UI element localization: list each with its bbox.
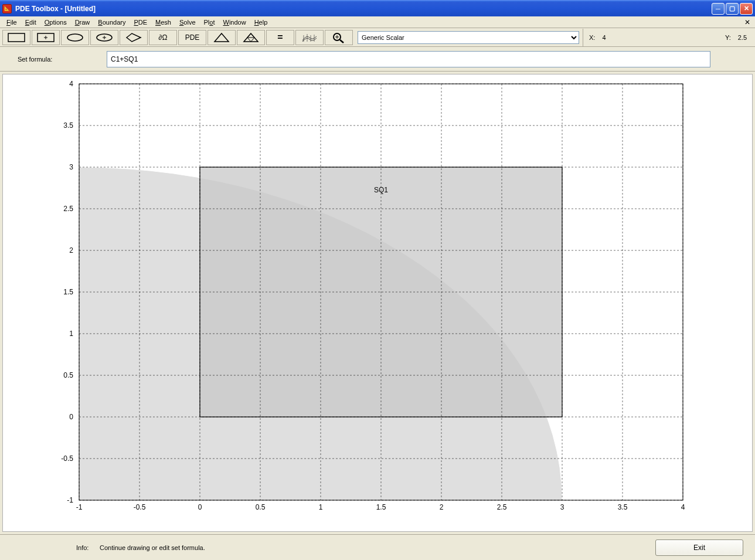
menu-boundary[interactable]: Boundary (94, 18, 130, 27)
svg-text:0.5: 0.5 (256, 503, 266, 511)
equals-icon: = (277, 32, 283, 43)
rectangle-plus-icon (37, 33, 55, 42)
svg-marker-8 (127, 33, 141, 42)
menu-options[interactable]: Options (40, 18, 71, 27)
plot-area[interactable]: SQ1-1-0.500.511.522.533.54-1-0.500.511.5… (2, 74, 753, 532)
svg-text:1.5: 1.5 (63, 288, 73, 296)
menu-window[interactable]: Window (219, 18, 250, 27)
draw-rectangle-button[interactable] (2, 30, 30, 45)
svg-text:3.5: 3.5 (618, 503, 628, 511)
menu-file[interactable]: File (2, 18, 21, 27)
mesh-refine-button[interactable] (237, 30, 265, 45)
svg-text:3: 3 (560, 503, 564, 511)
titlebar: 📐 PDE Toolbox - [Untitled] ─ ▢ ✕ (0, 0, 755, 16)
matlab-icon: 📐 (2, 4, 12, 13)
coord-x-value: 4 (602, 34, 606, 41)
coord-y-value: 2.5 (738, 34, 747, 41)
surface-plot-icon (301, 32, 318, 43)
menu-solve[interactable]: Solve (175, 18, 200, 27)
menubar: File Edit Options Draw Boundary PDE Mesh… (0, 16, 755, 28)
close-button[interactable]: ✕ (740, 3, 753, 15)
status-bar: Info: Continue drawing or edit set formu… (0, 534, 755, 560)
svg-text:-1: -1 (67, 496, 73, 504)
svg-text:2: 2 (440, 503, 444, 511)
mdi-close-button[interactable]: ✕ (742, 18, 753, 26)
svg-text:0: 0 (198, 503, 202, 511)
mesh-refine-icon (242, 32, 260, 43)
mesh-triangle-icon (213, 32, 230, 43)
plot-canvas: SQ1-1-0.500.511.522.533.54-1-0.500.511.5… (44, 78, 700, 524)
ellipse-icon (66, 33, 84, 42)
svg-text:-0.5: -0.5 (134, 503, 146, 511)
minimize-button[interactable]: ─ (712, 3, 725, 15)
info-label: Info: (12, 544, 100, 551)
window-title: PDE Toolbox - [Untitled] (15, 5, 712, 13)
svg-text:2.5: 2.5 (497, 503, 507, 511)
menu-help[interactable]: Help (250, 18, 272, 27)
pde-label: PDE (185, 33, 200, 42)
draw-ellipse-center-button[interactable] (90, 30, 118, 45)
plot3d-button[interactable] (295, 30, 324, 45)
info-text: Continue drawing or edit set formula. (100, 544, 655, 551)
coord-y-label: Y: (725, 34, 731, 41)
coord-x-label: X: (589, 34, 595, 41)
svg-point-4 (67, 34, 83, 41)
svg-marker-9 (215, 33, 229, 42)
svg-text:4: 4 (681, 503, 685, 511)
zoom-icon (332, 32, 346, 43)
draw-rectangle-center-button[interactable] (32, 30, 60, 45)
menu-draw[interactable]: Draw (71, 18, 94, 27)
draw-ellipse-button[interactable] (61, 30, 89, 45)
rectangle-icon (8, 33, 25, 42)
zoom-button[interactable] (325, 30, 353, 45)
window-controls: ─ ▢ ✕ (712, 3, 753, 15)
menu-plot[interactable]: Plot (200, 18, 219, 27)
svg-line-15 (340, 40, 344, 43)
svg-text:-0.5: -0.5 (61, 454, 73, 463)
pde-spec-button[interactable]: PDE (178, 30, 206, 45)
menu-edit[interactable]: Edit (21, 18, 40, 27)
svg-text:2: 2 (69, 246, 73, 254)
maximize-button[interactable]: ▢ (726, 3, 739, 15)
set-formula-label: Set formula: (7, 56, 107, 63)
solve-button[interactable]: = (266, 30, 294, 45)
mesh-init-button[interactable] (208, 30, 236, 45)
svg-text:0.5: 0.5 (63, 371, 73, 379)
svg-text:2.5: 2.5 (63, 205, 73, 213)
svg-rect-0 (8, 33, 25, 42)
draw-polygon-button[interactable] (120, 30, 148, 45)
set-formula-input[interactable] (107, 51, 710, 67)
svg-text:0: 0 (69, 413, 73, 421)
svg-line-12 (247, 38, 251, 42)
exit-button[interactable]: Exit (655, 539, 743, 556)
application-mode-select-wrap: Generic Scalar (358, 31, 579, 44)
application-mode-select[interactable]: Generic Scalar (358, 31, 579, 44)
ellipse-plus-icon (96, 33, 113, 42)
coordinate-readout: X: 4 Y: 2.5 (583, 29, 753, 46)
svg-text:3.5: 3.5 (63, 121, 73, 130)
polygon-icon (125, 32, 142, 43)
menu-pde[interactable]: PDE (130, 18, 151, 27)
svg-text:3: 3 (69, 163, 73, 171)
svg-text:1: 1 (69, 330, 73, 338)
boundary-mode-button[interactable]: ∂Ω (149, 30, 177, 45)
svg-text:1.5: 1.5 (376, 503, 386, 511)
svg-text:-1: -1 (76, 503, 83, 511)
svg-text:4: 4 (69, 80, 73, 88)
menu-mesh[interactable]: Mesh (151, 18, 175, 27)
set-formula-row: Set formula: (0, 47, 755, 72)
svg-text:1: 1 (319, 503, 323, 511)
toolbar: ∂Ω PDE = Generic Scalar X: 4 (0, 28, 755, 47)
boundary-icon: ∂Ω (159, 33, 168, 42)
svg-line-13 (251, 38, 254, 42)
